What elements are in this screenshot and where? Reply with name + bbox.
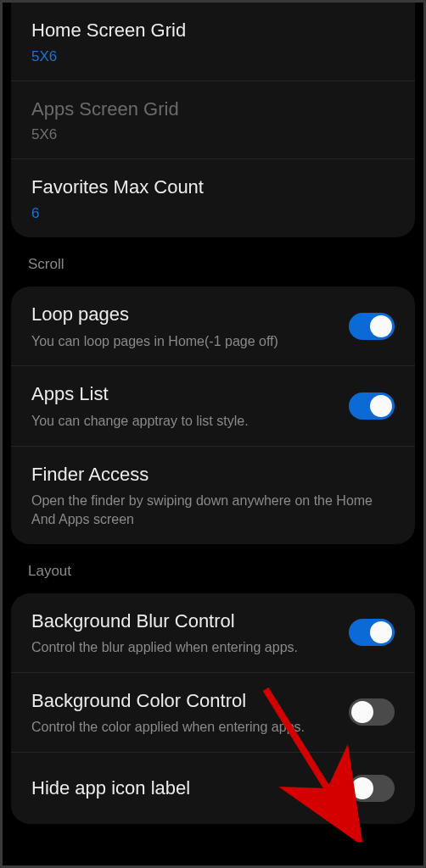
text-col: Apps Screen Grid 5X6 — [31, 97, 395, 144]
subtitle-background-color-control: Control the color applied when entering … — [31, 718, 339, 737]
title-favorites-max-count: Favorites Max Count — [31, 175, 384, 200]
title-finder-access: Finder Access — [31, 462, 384, 487]
subtitle-apps-list: You can change apptray to list style. — [31, 412, 339, 431]
row-finder-access[interactable]: Finder Access Open the finder by swiping… — [11, 447, 415, 544]
text-col: Background Color Control Control the col… — [31, 688, 349, 737]
toggle-knob — [370, 621, 392, 643]
title-background-blur-control: Background Blur Control — [31, 609, 339, 634]
text-col: Loop pages You can loop pages in Home(-1… — [31, 302, 349, 350]
toggle-knob — [351, 701, 373, 723]
row-background-color-control[interactable]: Background Color Control Control the col… — [11, 673, 415, 753]
value-apps-screen-grid: 5X6 — [31, 126, 384, 143]
toggle-background-color-control[interactable] — [349, 698, 395, 726]
subtitle-finder-access: Open the finder by swiping down anywhere… — [31, 492, 384, 528]
layout-card: Background Blur Control Control the blur… — [11, 593, 415, 825]
toggle-hide-app-icon-label[interactable] — [349, 775, 395, 802]
title-apps-screen-grid: Apps Screen Grid — [31, 97, 384, 122]
subtitle-background-blur-control: Control the blur applied when entering a… — [31, 638, 339, 657]
toggle-background-blur-control[interactable] — [349, 619, 395, 646]
grid-card: Home Screen Grid 5X6 Apps Screen Grid 5X… — [11, 3, 415, 237]
row-hide-app-icon-label[interactable]: Hide app icon label — [11, 753, 415, 824]
text-col: Background Blur Control Control the blur… — [31, 609, 349, 657]
text-col: Finder Access Open the finder by swiping… — [31, 462, 395, 529]
toggle-knob — [351, 777, 373, 799]
section-header-scroll: Scroll — [3, 244, 423, 281]
toggle-knob — [370, 315, 392, 337]
row-favorites-max-count[interactable]: Favorites Max Count 6 — [11, 159, 415, 237]
section-header-layout: Layout — [3, 551, 423, 588]
text-col: Hide app icon label — [31, 776, 349, 801]
title-home-screen-grid: Home Screen Grid — [31, 18, 384, 43]
title-apps-list: Apps List — [31, 381, 339, 407]
row-loop-pages[interactable]: Loop pages You can loop pages in Home(-1… — [11, 287, 415, 366]
value-home-screen-grid: 5X6 — [31, 48, 384, 65]
value-favorites-max-count: 6 — [31, 205, 384, 222]
text-col: Home Screen Grid 5X6 — [31, 18, 395, 65]
row-home-screen-grid[interactable]: Home Screen Grid 5X6 — [11, 3, 415, 81]
toggle-knob — [370, 395, 392, 417]
toggle-loop-pages[interactable] — [349, 313, 395, 340]
settings-content: Home Screen Grid 5X6 Apps Screen Grid 5X… — [3, 3, 423, 824]
scroll-card: Loop pages You can loop pages in Home(-1… — [11, 287, 415, 543]
row-background-blur-control[interactable]: Background Blur Control Control the blur… — [11, 593, 415, 673]
screen-frame: Home Screen Grid 5X6 Apps Screen Grid 5X… — [0, 0, 426, 868]
title-loop-pages: Loop pages — [31, 302, 339, 327]
row-apps-list[interactable]: Apps List You can change apptray to list… — [11, 366, 415, 446]
subtitle-loop-pages: You can loop pages in Home(-1 page off) — [31, 332, 339, 351]
toggle-apps-list[interactable] — [349, 392, 395, 420]
text-col: Favorites Max Count 6 — [31, 175, 395, 222]
title-hide-app-icon-label: Hide app icon label — [31, 776, 339, 801]
row-apps-screen-grid: Apps Screen Grid 5X6 — [11, 81, 415, 160]
title-background-color-control: Background Color Control — [31, 688, 339, 714]
text-col: Apps List You can change apptray to list… — [31, 381, 349, 430]
